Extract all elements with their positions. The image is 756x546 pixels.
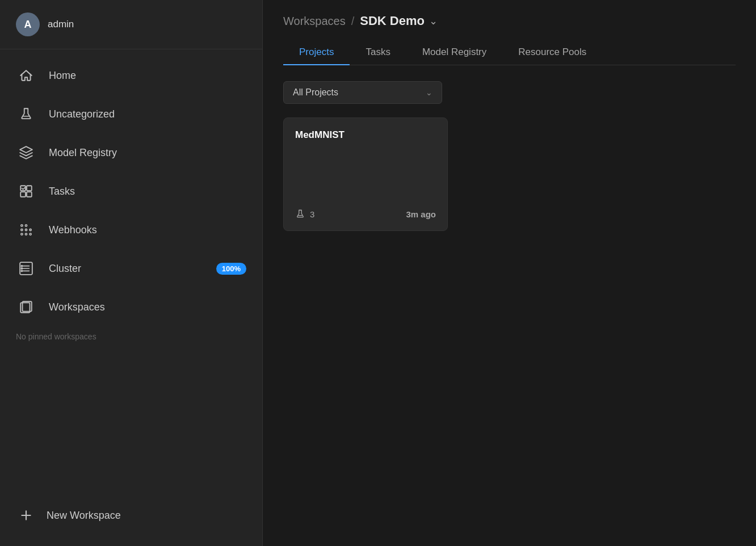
flask-small-icon [295,209,305,219]
svg-point-13 [21,266,22,267]
filter-chevron-icon: ⌄ [426,88,432,97]
home-icon [16,65,36,86]
avatar: A [16,12,40,36]
breadcrumb: Workspaces / SDK Demo ⌄ [283,14,736,28]
main-header: Workspaces / SDK Demo ⌄ Projects Tasks M… [263,0,756,65]
flask-icon [16,104,36,124]
breadcrumb-separator: / [351,15,355,28]
sidebar-footer: New Workspace [0,492,262,546]
breadcrumb-workspace-name: SDK Demo [360,14,425,28]
sidebar-item-uncategorized[interactable]: Uncategorized [0,95,262,133]
sidebar: A admin Home Uncategorized [0,0,263,546]
main-content: Workspaces / SDK Demo ⌄ Projects Tasks M… [263,0,756,546]
tab-model-registry[interactable]: Model Registry [406,40,502,65]
sidebar-item-workspaces[interactable]: Workspaces [0,288,262,326]
tab-projects[interactable]: Projects [283,40,350,65]
tasks-icon [16,181,36,201]
tab-tasks[interactable]: Tasks [350,40,406,65]
project-experiments: 3 [295,209,314,219]
webhooks-icon [16,220,36,240]
filter-dropdown[interactable]: All Projects ⌄ [283,81,442,104]
sidebar-item-model-registry-label: Model Registry [49,147,117,159]
project-experiment-count: 3 [310,209,314,219]
cube-icon [16,142,36,163]
sidebar-item-cluster-label: Cluster [49,263,81,275]
cluster-icon [16,258,36,279]
workspaces-icon [16,297,36,317]
project-time-ago: 3m ago [406,209,436,219]
project-card-title: MedMNIST [295,129,436,141]
sidebar-username: admin [48,19,74,30]
project-card-footer: 3 3m ago [295,200,436,219]
svg-point-10 [25,233,27,235]
sidebar-nav: Home Uncategorized Model Registry [0,49,262,492]
plus-icon [16,505,36,526]
sidebar-item-webhooks[interactable]: Webhooks [0,211,262,249]
project-card-medmnist[interactable]: MedMNIST 3 3m ago [283,117,448,231]
svg-point-9 [21,233,23,235]
svg-point-4 [21,225,23,226]
no-pinned-label: No pinned workspaces [0,326,262,343]
tabs: Projects Tasks Model Registry Resource P… [283,40,736,65]
sidebar-header: A admin [0,0,262,49]
sidebar-item-model-registry[interactable]: Model Registry [0,133,262,172]
content-area: All Projects ⌄ MedMNIST 3 3m ago [263,65,756,546]
svg-rect-2 [20,192,26,197]
sidebar-item-tasks[interactable]: Tasks [0,172,262,211]
svg-point-15 [21,270,22,271]
breadcrumb-chevron-icon[interactable]: ⌄ [429,15,438,27]
breadcrumb-workspaces-link[interactable]: Workspaces [283,15,346,28]
tab-resource-pools[interactable]: Resource Pools [502,40,602,65]
svg-point-8 [30,229,31,230]
svg-rect-1 [27,186,32,191]
svg-point-14 [21,268,22,269]
svg-point-11 [30,233,31,235]
new-workspace-label: New Workspace [47,510,121,522]
svg-point-5 [25,225,27,226]
sidebar-item-uncategorized-label: Uncategorized [49,108,115,120]
svg-point-7 [25,229,27,230]
filter-dropdown-label: All Projects [293,87,420,98]
projects-grid: MedMNIST 3 3m ago [283,117,736,231]
cluster-badge: 100% [216,263,246,275]
sidebar-item-tasks-label: Tasks [49,186,75,198]
sidebar-item-home[interactable]: Home [0,56,262,95]
svg-point-6 [21,229,23,230]
sidebar-item-cluster[interactable]: Cluster 100% [0,249,262,288]
sidebar-item-workspaces-label: Workspaces [49,301,105,313]
svg-rect-3 [27,192,32,197]
sidebar-item-webhooks-label: Webhooks [49,224,97,236]
breadcrumb-current: SDK Demo ⌄ [360,14,438,28]
new-workspace-button[interactable]: New Workspace [16,501,246,530]
sidebar-item-home-label: Home [49,70,76,82]
